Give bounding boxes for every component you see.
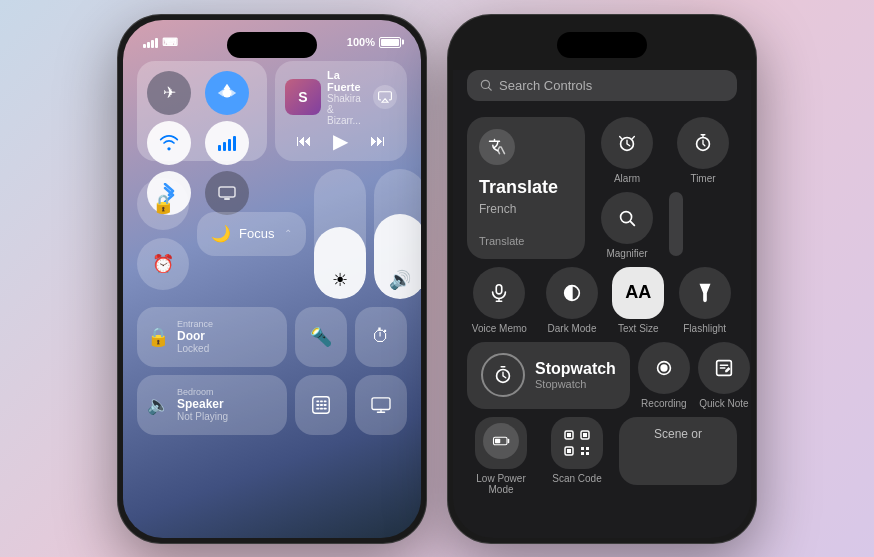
stopwatch-info: Stopwatch Stopwatch <box>535 360 616 390</box>
scan-code-icon[interactable] <box>551 417 603 469</box>
dark-mode-icon[interactable] <box>546 267 598 319</box>
scan-code-label: Scan Code <box>552 473 601 484</box>
text-size-icon[interactable]: AA <box>612 267 664 319</box>
search-icon <box>479 78 493 92</box>
battery-icon <box>379 37 401 48</box>
right-brightness-slider[interactable] <box>669 192 683 256</box>
dark-mode-label: Dark Mode <box>548 323 597 334</box>
volume-icon: 🔊 <box>389 269 411 291</box>
door-location: Entrance <box>177 319 213 329</box>
status-right: 100% <box>347 36 401 48</box>
focus-btn[interactable]: 🌙 Focus ⌃ <box>197 212 306 256</box>
svg-rect-29 <box>567 433 571 437</box>
flashlight-btn[interactable]: 🔦 <box>295 307 347 367</box>
stopwatch-label: Stopwatch <box>535 378 616 390</box>
row-1: Translate French Translate <box>467 117 737 259</box>
airdrop-btn[interactable] <box>205 71 249 115</box>
signal-icon <box>143 36 158 48</box>
next-btn[interactable]: ⏭ <box>370 132 386 150</box>
quick-note-icon[interactable] <box>698 342 750 394</box>
svg-rect-11 <box>320 407 323 409</box>
volume-slider[interactable]: 🔊 <box>374 169 421 299</box>
door-status: Locked <box>177 343 213 354</box>
recording-btn: Recording <box>638 342 690 409</box>
prev-btn[interactable]: ⏮ <box>296 132 312 150</box>
svg-rect-18 <box>497 284 503 293</box>
flashlight-label: Flashlight <box>683 323 726 334</box>
translate-label: Translate <box>479 235 573 247</box>
translate-icon-row <box>479 129 573 165</box>
recording-label: Recording <box>641 398 687 409</box>
row-2: Voice Memo Dark Mode <box>467 267 737 334</box>
svg-point-0 <box>222 88 231 97</box>
alarm-timer-row: Alarm Timer <box>593 117 737 184</box>
alarm-btn[interactable]: ⏰ <box>137 238 189 290</box>
lock-btn[interactable]: 🔒 <box>137 178 189 230</box>
dynamic-island-right <box>557 32 647 58</box>
volume-fill: 🔊 <box>374 214 421 299</box>
text-size-btn: AA Text Size <box>612 267 664 334</box>
svg-rect-25 <box>495 438 500 443</box>
cc-middle-row: 🔒 ⏰ 🌙 Focus ⌃ ☀ <box>137 169 407 299</box>
svg-rect-5 <box>320 400 323 402</box>
recording-icon[interactable] <box>638 342 690 394</box>
alarm-icon[interactable] <box>601 117 653 169</box>
music-controls: ⏮ ▶ ⏭ <box>285 129 397 153</box>
stopwatch-tile[interactable]: Stopwatch Stopwatch <box>467 342 630 409</box>
speaker-label: Bedroom Speaker Not Playing <box>177 387 228 422</box>
scene-tile[interactable]: Scene or <box>619 417 737 485</box>
cc-grid: ✈ <box>123 53 421 443</box>
airplane-mode-btn[interactable]: ✈ <box>147 71 191 115</box>
wifi-btn[interactable] <box>147 121 191 165</box>
svg-rect-4 <box>316 400 319 402</box>
voice-memo-icon[interactable] <box>473 267 525 319</box>
search-bar[interactable]: Search Controls <box>467 70 737 101</box>
play-btn[interactable]: ▶ <box>333 129 348 153</box>
magnifier-icon[interactable] <box>601 192 653 244</box>
low-power-label: Low Power Mode <box>467 473 535 495</box>
svg-rect-6 <box>324 400 327 402</box>
speaker-tile[interactable]: 🔈 Bedroom Speaker Not Playing <box>137 375 287 435</box>
svg-rect-31 <box>567 449 571 453</box>
connectivity-tile: ✈ <box>137 61 267 161</box>
right-screen: Search Controls <box>453 20 751 538</box>
calculator-btn[interactable] <box>295 375 347 435</box>
search-input[interactable]: Search Controls <box>499 78 592 93</box>
flashlight-btn-right: Flashlight <box>672 267 737 334</box>
cellular-btn[interactable] <box>205 121 249 165</box>
brightness-slider[interactable]: ☀ <box>314 169 366 299</box>
speaker-status: Not Playing <box>177 411 228 422</box>
svg-rect-33 <box>586 447 589 450</box>
svg-rect-13 <box>372 397 390 409</box>
airplay-btn[interactable] <box>373 85 397 109</box>
tv-btn[interactable] <box>355 375 407 435</box>
door-tile[interactable]: 🔒 Entrance Door Locked <box>137 307 287 367</box>
speaker-location: Bedroom <box>177 387 228 397</box>
magnifier-label: Magnifier <box>606 248 647 259</box>
row-3: Stopwatch Stopwatch Recording <box>467 342 737 409</box>
brightness-icon: ☀ <box>332 269 348 291</box>
low-power-icon[interactable] <box>475 417 527 469</box>
svg-rect-10 <box>316 407 319 409</box>
timer-btn[interactable]: ⏱ <box>355 307 407 367</box>
text-size-label: Text Size <box>618 323 659 334</box>
timer-label: Timer <box>690 173 715 184</box>
left-screen: ⌨ 100% ✈ <box>123 20 421 538</box>
scene-label: Scene or <box>654 427 702 441</box>
timer-icon[interactable] <box>677 117 729 169</box>
translate-tile[interactable]: Translate French Translate <box>467 117 585 259</box>
svg-rect-1 <box>219 187 235 197</box>
music-details: La Fuerte Shakira & Bizarr... <box>327 69 367 126</box>
text-size-aa: AA <box>625 282 651 303</box>
cc-bottom-row-2: 🔈 Bedroom Speaker Not Playing <box>137 375 407 435</box>
flashlight-icon[interactable] <box>679 267 731 319</box>
focus-chevron: ⌃ <box>284 228 292 239</box>
focus-label: Focus <box>239 226 274 241</box>
left-control-center: ⌨ 100% ✈ <box>123 20 421 538</box>
power-circle <box>483 423 519 459</box>
right-phone: Search Controls <box>447 14 757 544</box>
svg-rect-7 <box>316 404 319 406</box>
alarm-label: Alarm <box>614 173 640 184</box>
dark-mode-btn: Dark Mode <box>540 267 605 334</box>
scan-code-btn: Scan Code <box>543 417 611 495</box>
